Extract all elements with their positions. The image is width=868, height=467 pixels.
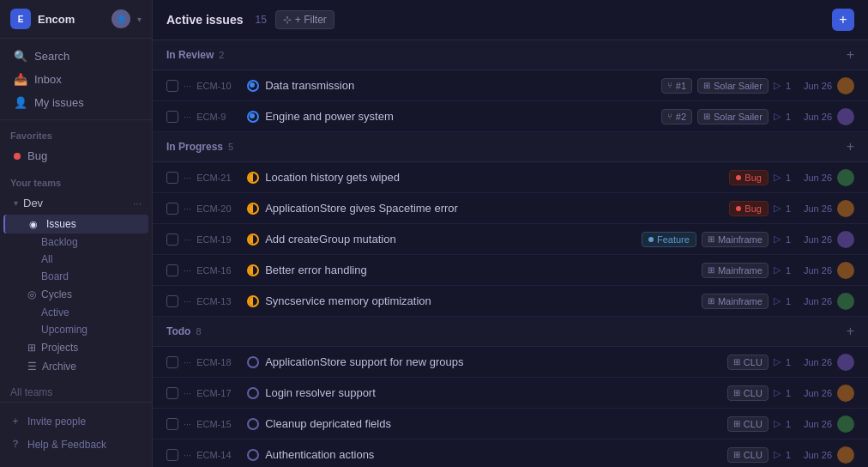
- issue-row-ecm20[interactable]: ··· ECM-20 ApplicationStore gives Spacet…: [153, 193, 868, 224]
- avatar-ecm19: [837, 231, 854, 248]
- group-add-in-progress[interactable]: +: [847, 139, 854, 155]
- sidebar-item-all[interactable]: All: [3, 251, 148, 268]
- checkbox-ecm9[interactable]: [166, 111, 178, 123]
- issue-row-ecm14[interactable]: ··· ECM-14 Authentication actions ⊞ CLU …: [153, 440, 868, 467]
- checkbox-ecm19[interactable]: [166, 234, 178, 246]
- issue-id-ecm13: ECM-13: [196, 296, 241, 306]
- checkbox-ecm10[interactable]: [166, 80, 178, 92]
- meta-ecm14: ⊞ CLU ▷ 1 Jun 26: [727, 446, 854, 464]
- cycle-solar-sailer-ecm10: ⊞ Solar Sailer: [697, 78, 769, 94]
- row-dots-ecm14[interactable]: ···: [184, 450, 191, 460]
- checkbox-ecm17[interactable]: [166, 387, 178, 399]
- checkbox-ecm18[interactable]: [166, 356, 178, 368]
- issue-row-ecm10[interactable]: ··· ECM-10 Data transmission ⑂ #1 ⊞ Sola…: [153, 70, 868, 101]
- user-avatar-header[interactable]: 👤: [112, 9, 130, 28]
- group-title-in-progress: In Progress: [166, 141, 223, 153]
- meta-ecm18: ⊞ CLU ▷ 1 Jun 26: [727, 354, 854, 371]
- row-dots-ecm15[interactable]: ···: [184, 419, 191, 429]
- avatar-ecm13: [837, 293, 854, 310]
- group-count-in-progress: 5: [228, 142, 233, 152]
- avatar-ecm14: [837, 446, 854, 464]
- play-count-ecm14: 1: [786, 450, 791, 460]
- sidebar-item-board[interactable]: Board: [3, 268, 148, 285]
- search-icon: 🔍: [14, 49, 27, 63]
- invite-people-button[interactable]: ＋ Invite people: [0, 409, 152, 433]
- teams-section: Your teams ▾ Dev ··· ◉ Issues Backlog Al…: [0, 171, 152, 379]
- group-add-todo[interactable]: +: [847, 324, 854, 339]
- cycle-mainframe-ecm16: ⊞ Mainframe: [702, 263, 769, 278]
- status-icon-ecm15: [246, 417, 260, 431]
- cycle-icon7: ⊞: [733, 388, 740, 397]
- fav-item-bug[interactable]: Bug: [3, 145, 148, 167]
- sidebar-item-inbox[interactable]: 📥 Inbox: [3, 68, 148, 90]
- play-count-ecm15: 1: [786, 419, 791, 429]
- sidebar-item-active-cycle[interactable]: Active: [3, 304, 148, 321]
- date-ecm20: Jun 26: [796, 203, 832, 214]
- team-dots-icon[interactable]: ···: [133, 197, 142, 209]
- checkbox-ecm21[interactable]: [166, 172, 178, 184]
- sidebar-item-projects[interactable]: ⊞ Projects: [3, 338, 148, 357]
- checkbox-ecm13[interactable]: [166, 295, 178, 307]
- date-ecm19: Jun 26: [796, 234, 832, 245]
- row-dots-ecm21[interactable]: ···: [184, 173, 191, 183]
- issue-id-ecm10: ECM-10: [196, 81, 241, 91]
- favorites-section: Favorites Bug: [0, 120, 152, 171]
- cycle-icon2: ⊞: [703, 112, 710, 121]
- avatar-ecm10: [837, 77, 854, 94]
- avatar-ecm20: [837, 200, 854, 217]
- row-dots-ecm10[interactable]: ···: [184, 81, 191, 91]
- play-count-ecm20: 1: [786, 203, 791, 214]
- team-chevron-icon: ▾: [14, 198, 18, 208]
- sidebar-item-my-issues[interactable]: 👤 My issues: [3, 91, 148, 113]
- meta-ecm16: ⊞ Mainframe ▷ 1 Jun 26: [702, 262, 854, 279]
- status-icon-ecm9: [246, 110, 260, 124]
- row-dots-ecm19[interactable]: ···: [184, 234, 191, 245]
- issue-title-ecm13: Syncservice memory optimization: [265, 294, 696, 307]
- sidebar-item-backlog[interactable]: Backlog: [3, 234, 148, 251]
- sidebar-item-archive[interactable]: ☰ Archive: [3, 357, 148, 376]
- date-ecm13: Jun 26: [796, 296, 832, 306]
- checkbox-ecm16[interactable]: [166, 264, 178, 276]
- all-teams-label[interactable]: All teams: [10, 386, 142, 398]
- issue-row-ecm17[interactable]: ··· ECM-17 Login resolver support ⊞ CLU …: [153, 378, 868, 409]
- issue-id-ecm18: ECM-18: [196, 357, 241, 367]
- issue-row-ecm16[interactable]: ··· ECM-16 Better error handling ⊞ Mainf…: [153, 255, 868, 286]
- main-title: Active issues: [166, 13, 244, 27]
- issue-title-ecm18: ApplicationStore support for new groups: [265, 355, 722, 368]
- row-dots-ecm13[interactable]: ···: [184, 296, 191, 306]
- issue-title-ecm17: Login resolver support: [265, 386, 722, 399]
- avatar-ecm17: [837, 385, 854, 402]
- issue-row-ecm13[interactable]: ··· ECM-13 Syncservice memory optimizati…: [153, 286, 868, 317]
- checkbox-ecm15[interactable]: [166, 418, 178, 430]
- filter-button[interactable]: ⊹ + Filter: [275, 10, 335, 29]
- checkbox-ecm20[interactable]: [166, 203, 178, 215]
- play-icon-ecm17: ▷: [774, 387, 781, 398]
- help-feedback-button[interactable]: ？ Help & Feedback: [0, 433, 152, 456]
- play-icon-ecm13: ▷: [774, 295, 781, 306]
- sidebar-item-issues[interactable]: ◉ Issues: [3, 215, 148, 234]
- sidebar-item-search[interactable]: 🔍 Search: [3, 45, 148, 67]
- help-icon: ？: [10, 437, 21, 452]
- date-ecm17: Jun 26: [796, 388, 832, 398]
- add-issue-button[interactable]: +: [832, 9, 854, 31]
- sidebar-footer: ＋ Invite people ？ Help & Feedback: [0, 402, 152, 463]
- sidebar-item-upcoming-cycle[interactable]: Upcoming: [3, 321, 148, 338]
- group-add-in-review[interactable]: +: [847, 47, 854, 63]
- row-dots-ecm18[interactable]: ···: [184, 357, 191, 367]
- play-icon-ecm9: ▷: [774, 111, 781, 122]
- row-dots-ecm16[interactable]: ···: [184, 265, 191, 276]
- date-ecm9: Jun 26: [796, 112, 832, 122]
- team-dev[interactable]: ▾ Dev ···: [3, 192, 148, 214]
- row-dots-ecm9[interactable]: ···: [184, 112, 191, 122]
- issue-row-ecm21[interactable]: ··· ECM-21 Location history gets wiped B…: [153, 162, 868, 193]
- sidebar-item-cycles[interactable]: ◎ Cycles: [3, 285, 148, 304]
- issue-row-ecm15[interactable]: ··· ECM-15 Cleanup depricated fields ⊞ C…: [153, 409, 868, 440]
- row-dots-ecm20[interactable]: ···: [184, 203, 191, 214]
- row-dots-ecm17[interactable]: ···: [184, 388, 191, 398]
- issue-row-ecm9[interactable]: ··· ECM-9 Engine and power system ⑂ #2 ⊞…: [153, 101, 868, 132]
- checkbox-ecm14[interactable]: [166, 449, 178, 461]
- workspace-icon: E: [10, 9, 31, 29]
- issue-row-ecm18[interactable]: ··· ECM-18 ApplicationStore support for …: [153, 347, 868, 378]
- tag-bug-ecm21: Bug: [729, 170, 769, 185]
- issue-row-ecm19[interactable]: ··· ECM-19 Add createGroup mutation Feat…: [153, 224, 868, 255]
